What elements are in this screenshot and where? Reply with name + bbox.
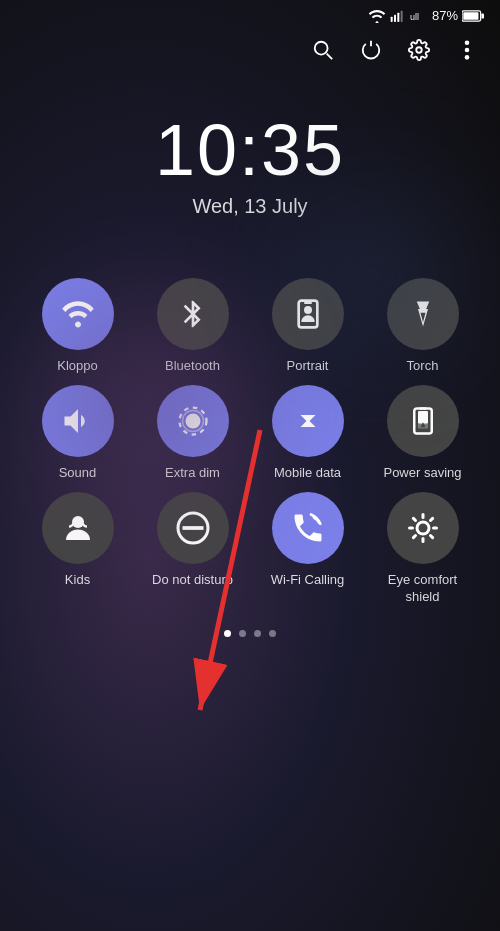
svg-rect-23 <box>418 411 428 424</box>
svg-point-10 <box>416 47 422 53</box>
wifi-calling-label: Wi-Fi Calling <box>271 572 345 589</box>
wifi-status-icon <box>368 9 386 23</box>
eye-comfort-icon <box>387 492 459 564</box>
tile-eye-comfort[interactable]: Eye comfort shield <box>373 492 473 606</box>
kids-label: Kids <box>65 572 90 589</box>
svg-text:ull: ull <box>410 11 419 21</box>
dnd-icon <box>157 492 229 564</box>
svg-rect-3 <box>401 10 403 21</box>
lte-icon: ull <box>410 9 428 23</box>
svg-line-34 <box>413 518 415 520</box>
mobile-data-icon <box>272 385 344 457</box>
portrait-label: Portrait <box>287 358 329 375</box>
svg-rect-7 <box>463 12 478 20</box>
svg-point-12 <box>465 48 470 53</box>
svg-point-25 <box>72 516 84 528</box>
svg-rect-2 <box>397 12 399 21</box>
status-bar: ull 87% <box>0 0 500 31</box>
page-dot-1 <box>224 630 231 637</box>
tile-kids[interactable]: Kids <box>28 492 128 606</box>
svg-rect-24 <box>419 407 427 410</box>
eye-comfort-label: Eye comfort shield <box>373 572 473 606</box>
svg-line-36 <box>413 535 415 537</box>
more-options-button[interactable] <box>454 37 480 63</box>
svg-point-11 <box>465 40 470 45</box>
clock-time: 10:35 <box>0 109 500 191</box>
svg-line-37 <box>430 518 432 520</box>
page-dot-2 <box>239 630 246 637</box>
quick-settings-bar <box>0 31 500 69</box>
tiles-row-3: Kids Do not disturb Wi-Fi Calling <box>20 492 480 606</box>
svg-rect-0 <box>391 16 393 21</box>
svg-point-29 <box>418 523 427 532</box>
tile-wifi-calling[interactable]: Wi-Fi Calling <box>258 492 358 606</box>
kids-icon <box>42 492 114 564</box>
svg-point-8 <box>315 42 328 55</box>
svg-line-35 <box>430 535 432 537</box>
power-saving-icon <box>387 385 459 457</box>
svg-point-13 <box>465 55 470 60</box>
wifi-calling-icon <box>272 492 344 564</box>
tile-mobile-data[interactable]: Mobile data <box>258 385 358 482</box>
svg-rect-1 <box>394 14 396 21</box>
dnd-label: Do not disturb <box>152 572 233 589</box>
battery-percentage: 87% <box>432 8 458 23</box>
tile-dnd[interactable]: Do not disturb <box>143 492 243 606</box>
tile-power-saving[interactable]: Power saving <box>373 385 473 482</box>
clock-area: 10:35 Wed, 13 July <box>0 109 500 218</box>
svg-rect-6 <box>481 13 484 18</box>
clock-date: Wed, 13 July <box>0 195 500 218</box>
page-dot-3 <box>254 630 261 637</box>
signal-status-icon <box>390 9 406 23</box>
page-dots <box>0 630 500 637</box>
power-saving-label: Power saving <box>383 465 461 482</box>
power-button[interactable] <box>358 37 384 63</box>
search-button[interactable] <box>310 37 336 63</box>
torch-label: Torch <box>407 358 439 375</box>
settings-button[interactable] <box>406 37 432 63</box>
svg-line-9 <box>327 54 333 59</box>
page-dot-4 <box>269 630 276 637</box>
status-icons: ull 87% <box>368 8 484 23</box>
mobile-data-label: Mobile data <box>274 465 341 482</box>
battery-icon <box>462 10 484 22</box>
